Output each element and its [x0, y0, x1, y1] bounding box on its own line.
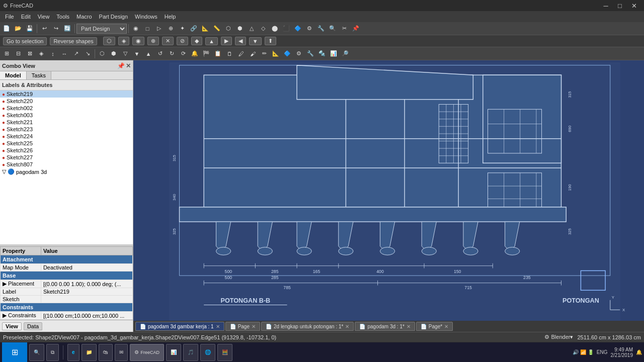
tb2-btn3[interactable]: ⊠: [24, 48, 35, 59]
tb2-btn24[interactable]: 📐: [270, 48, 281, 59]
redo-button[interactable]: ↪: [50, 23, 61, 34]
goto-btn6[interactable]: ⊘: [177, 37, 188, 45]
tb-btn-5[interactable]: ✦: [177, 23, 188, 34]
goto-btn10[interactable]: ◀: [235, 37, 246, 45]
taskbar-edge[interactable]: e: [67, 344, 79, 361]
combo-pin-button[interactable]: 📌: [117, 62, 125, 69]
tree-group-pagodam3d[interactable]: ▽ 🔵 pagodam 3d: [0, 168, 133, 175]
tb2-btn10[interactable]: ⬢: [108, 48, 119, 59]
tb-btn-3[interactable]: ▷: [153, 23, 165, 34]
windows-start-button[interactable]: ⊞: [2, 342, 27, 363]
tb2-btn5[interactable]: ↕: [47, 48, 58, 59]
tb2-btn7[interactable]: ↗: [70, 48, 82, 59]
taskbar-mail[interactable]: ✉: [115, 344, 128, 361]
tb-btn-14[interactable]: ⬛: [281, 23, 292, 34]
tab-view[interactable]: View: [2, 322, 22, 330]
taskbar-freecad[interactable]: ⚙ FreeCAD: [130, 344, 165, 361]
tb-btn-15[interactable]: 🔷: [292, 23, 303, 34]
tree-item-sketch226[interactable]: ● Sketch226: [0, 147, 133, 154]
workbench-dropdown[interactable]: Part Design Sketcher Part: [76, 24, 127, 34]
tb2-btn19[interactable]: 📋: [212, 48, 223, 59]
combo-close-button[interactable]: ✕: [126, 62, 131, 69]
close-button[interactable]: ✕: [627, 0, 641, 11]
tb-btn-20[interactable]: 📌: [350, 23, 361, 34]
tb2-btn29[interactable]: 📊: [328, 48, 339, 59]
tb-btn-2[interactable]: □: [142, 23, 153, 34]
tb-btn-12[interactable]: ◇: [258, 23, 269, 34]
tb2-btn21[interactable]: 🖊: [235, 48, 247, 59]
tb-btn-1[interactable]: ◉: [130, 23, 141, 34]
tb2-btn11[interactable]: ▽: [120, 48, 131, 59]
taskbar-taskview[interactable]: ⧉: [46, 344, 59, 361]
canvas-area[interactable]: 500 285 165 400 150 500 285 785 715 235 …: [133, 60, 644, 332]
taskbar-explorer[interactable]: 📁: [82, 344, 97, 361]
tb2-btn17[interactable]: 🔔: [189, 48, 200, 59]
tb-btn-9[interactable]: ⬡: [223, 23, 234, 34]
minimize-button[interactable]: ─: [599, 0, 613, 11]
page-tab-0[interactable]: 📄 pagodam 3d gambar kerja : 1 ✕: [135, 322, 224, 331]
tb-btn-16[interactable]: ⚙: [304, 23, 315, 34]
sketch-row[interactable]: Sketch: [1, 296, 133, 303]
goto-btn1[interactable]: ⬡: [103, 37, 115, 45]
maximize-button[interactable]: □: [613, 0, 627, 11]
taskbar-store[interactable]: 🛍: [99, 344, 113, 361]
goto-selection-button[interactable]: Go to selection: [3, 37, 47, 45]
goto-btn5[interactable]: ✕: [162, 37, 174, 45]
menu-file[interactable]: File: [2, 13, 17, 21]
tree-item-sketch002[interactable]: ● Sketch002: [0, 105, 133, 112]
tb2-btn30[interactable]: 🔎: [340, 48, 351, 59]
menu-edit[interactable]: Edit: [18, 13, 34, 21]
menu-tools[interactable]: Tools: [53, 13, 72, 21]
goto-btn7[interactable]: ◆: [191, 37, 202, 45]
tb-btn-13[interactable]: ⬤: [269, 23, 280, 34]
tab-tasks[interactable]: Tasks: [27, 71, 51, 79]
tb-btn-8[interactable]: 📏: [211, 23, 222, 34]
goto-btn11[interactable]: ▼: [249, 37, 262, 45]
tree-item-sketch225[interactable]: ● Sketch225: [0, 140, 133, 147]
tb2-btn2[interactable]: ⊟: [13, 48, 24, 59]
page-tab-4[interactable]: 📄 Page* ✕: [416, 322, 453, 331]
tb-btn-19[interactable]: ✂: [339, 23, 350, 34]
tree-item-sketch223[interactable]: ● Sketch223: [0, 126, 133, 133]
tb2-btn27[interactable]: 🔧: [305, 48, 316, 59]
page-tab-2[interactable]: 📄 2d lengkap untuk potongan : 1* ✕: [261, 322, 354, 331]
goto-btn12[interactable]: ⬆: [265, 37, 276, 45]
taskbar-calculator[interactable]: 🧮: [217, 344, 232, 361]
taskbar-browser[interactable]: 🌐: [200, 344, 215, 361]
label-row[interactable]: Label Sketch219: [1, 288, 133, 296]
tb2-btn12[interactable]: ▼: [131, 48, 142, 59]
constraints-row[interactable]: ▶ Constraints [(10.000 cm;10.000 cm;10.0…: [1, 312, 133, 320]
placement-row[interactable]: ▶ Placement [(0.00 0.00 1.00); 0.000 deg…: [1, 280, 133, 288]
page-tab-close-3[interactable]: ✕: [407, 324, 411, 329]
tree-item-sketch003[interactable]: ● Sketch003: [0, 112, 133, 119]
tb2-btn13[interactable]: ▲: [143, 48, 154, 59]
tb2-btn1[interactable]: ⊞: [1, 48, 12, 59]
tb-btn-17[interactable]: 🔧: [315, 23, 327, 34]
taskbar-app7[interactable]: 📊: [166, 344, 181, 361]
menu-view[interactable]: View: [35, 13, 53, 21]
tree-item-sketch220[interactable]: ● Sketch220: [0, 98, 133, 105]
tb2-btn9[interactable]: ⬡: [97, 48, 108, 59]
tb2-btn28[interactable]: 🔩: [316, 48, 328, 59]
tb-btn-18[interactable]: 🔍: [327, 23, 338, 34]
menu-help[interactable]: Help: [162, 13, 179, 21]
undo-button[interactable]: ↩: [39, 23, 50, 34]
notification-icon[interactable]: 🔔: [636, 349, 642, 355]
page-tab-close-0[interactable]: ✕: [216, 324, 220, 329]
tb2-btn6[interactable]: ↔: [59, 48, 70, 59]
menu-partdesign[interactable]: Part Design: [96, 13, 131, 21]
save-button[interactable]: 💾: [24, 23, 35, 34]
goto-btn3[interactable]: ◉: [132, 37, 144, 45]
tree-item-sketch807[interactable]: ● Sketch807: [0, 161, 133, 168]
tb2-btn25[interactable]: 🔷: [282, 48, 293, 59]
page-tab-3[interactable]: 📄 pagodam 3d : 1* ✕: [355, 322, 415, 331]
tree-item-sketch221[interactable]: ● Sketch221: [0, 119, 133, 126]
page-tab-close-2[interactable]: ✕: [345, 324, 349, 329]
page-tab-close-4[interactable]: ✕: [444, 324, 448, 329]
goto-btn9[interactable]: ▶: [221, 37, 232, 45]
tab-model[interactable]: Model: [0, 71, 27, 79]
tb2-btn8[interactable]: ↘: [82, 48, 93, 59]
refresh-button[interactable]: 🔄: [62, 23, 73, 34]
tb2-btn14[interactable]: ↺: [154, 48, 166, 59]
page-tab-1[interactable]: 📄 Page ✕: [225, 322, 260, 331]
